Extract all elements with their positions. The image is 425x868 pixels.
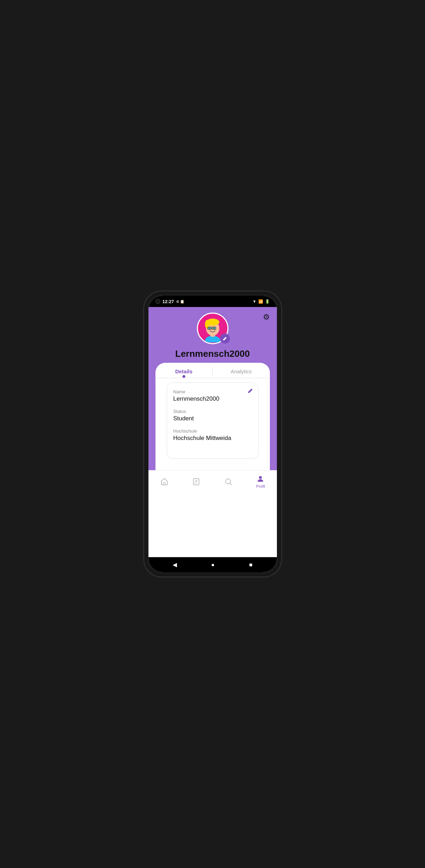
camera-circle (155, 299, 160, 304)
search-icon (224, 478, 233, 486)
status-label: Status (173, 409, 252, 414)
name-field: Name Lernmensch2000 (173, 389, 252, 402)
settings-button[interactable]: ⚙ (263, 313, 270, 322)
edit-icon (247, 388, 253, 394)
avatar-edit-button[interactable] (220, 334, 230, 343)
profile-nav-label: Profil (256, 484, 265, 488)
status-time: 12:27 (162, 299, 174, 304)
name-value: Lernmensch2000 (173, 395, 252, 402)
details-card: Name Lernmensch2000 Status Student Hochs… (167, 382, 259, 459)
white-card: Details Analytics (155, 363, 270, 470)
svg-point-11 (209, 328, 210, 329)
nav-profile[interactable]: Profil (252, 473, 269, 490)
profile-icon (256, 475, 265, 483)
nav-search[interactable] (220, 476, 237, 487)
name-label: Name (173, 389, 252, 394)
signal-icon: 📶 (258, 299, 263, 304)
recents-button[interactable]: ■ (245, 560, 257, 569)
pencil-icon (223, 336, 227, 341)
status-value: Student (173, 415, 252, 422)
nav-notes[interactable] (188, 476, 205, 487)
tab-analytics[interactable]: Analytics (213, 364, 270, 378)
notes-icon (192, 478, 200, 486)
status-bar-left: 12:27 ⊙ 📋 (155, 299, 184, 304)
battery-icon: 🔋 (265, 299, 270, 304)
svg-line-20 (230, 483, 232, 485)
profile-content: Name Lernmensch2000 Status Student Hochs… (155, 378, 270, 470)
hochschule-field: Hochschule Hochschule Mittweida (173, 428, 252, 442)
header-content: Lernmensch2000 Details Analytics (155, 313, 270, 470)
wifi-icon: ▼ (253, 299, 257, 303)
android-nav: ◀ ● ■ (148, 557, 277, 572)
svg-point-21 (259, 476, 262, 479)
avatar-wrap (197, 313, 228, 344)
username-display: Lernmensch2000 (175, 348, 250, 359)
svg-rect-14 (163, 482, 165, 485)
bottom-nav: Profil (148, 470, 277, 493)
svg-point-12 (213, 328, 214, 329)
home-button[interactable]: ● (207, 560, 219, 569)
nav-home[interactable] (156, 476, 173, 487)
status-field: Status Student (173, 409, 252, 422)
header-area: ⚙ (148, 307, 277, 470)
status-bar: 12:27 ⊙ 📋 ▼ 📶 🔋 (148, 296, 277, 307)
hochschule-label: Hochschule (173, 428, 252, 434)
back-button[interactable]: ◀ (168, 560, 181, 569)
edit-profile-button[interactable] (247, 388, 253, 396)
status-bar-right: ▼ 📶 🔋 (253, 299, 270, 304)
tab-bar: Details Analytics (155, 364, 270, 378)
home-icon (160, 478, 168, 486)
app-content: ⚙ (148, 307, 277, 557)
status-icons: ⊙ 📋 (176, 300, 184, 303)
hochschule-value: Hochschule Mittweida (173, 435, 252, 442)
tab-details[interactable]: Details (155, 364, 213, 378)
